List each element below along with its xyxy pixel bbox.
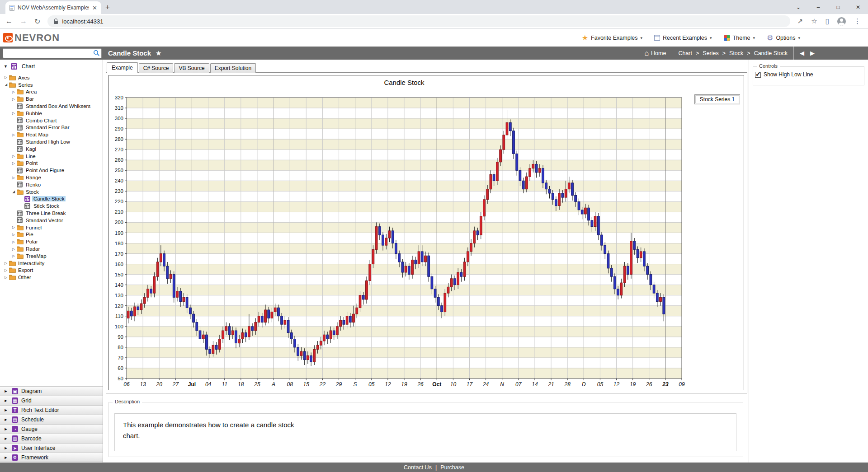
expand-arrow-icon[interactable]: ▷ bbox=[3, 276, 9, 280]
tree-item-label: Standard Box And Whiksers bbox=[24, 103, 92, 109]
checkbox-checked-icon[interactable] bbox=[755, 72, 761, 78]
tree-item-area[interactable]: ▷Area bbox=[0, 89, 103, 96]
bookmark-star-icon[interactable]: ☆ bbox=[811, 17, 817, 25]
tree-item-axes[interactable]: ▷Axes bbox=[0, 74, 103, 81]
minimize-icon[interactable]: – bbox=[808, 0, 828, 14]
tree-item-stick-stock[interactable]: Stick Stock bbox=[0, 202, 103, 210]
home-button[interactable]: ⌂ Home bbox=[644, 50, 666, 56]
expand-arrow-icon[interactable]: ▷ bbox=[10, 90, 17, 94]
menu-favorite-examples[interactable]: ★Favorite Examples▾ bbox=[582, 33, 642, 42]
tree-item-interactivity[interactable]: ▷Interactivity bbox=[0, 260, 103, 267]
profile-avatar[interactable] bbox=[837, 17, 846, 26]
tab-vb-source[interactable]: VB Source bbox=[174, 63, 209, 73]
lock-icon[interactable] bbox=[54, 21, 58, 24]
tree-item-three-line-break[interactable]: Three Line Break bbox=[0, 210, 103, 217]
tree-item-heat-map[interactable]: ▷Heat Map bbox=[0, 131, 103, 138]
breadcrumb-series[interactable]: Series bbox=[703, 50, 718, 56]
expand-arrow-icon[interactable]: ▷ bbox=[10, 240, 17, 244]
tree-item-standard-error-bar[interactable]: Standard Error Bar bbox=[0, 124, 103, 131]
tree-item-line[interactable]: ▷Line bbox=[0, 153, 103, 160]
sidebar-section-schedule[interactable]: ►▤Schedule bbox=[0, 415, 103, 424]
expand-arrow-icon[interactable]: ▷ bbox=[10, 254, 17, 258]
tree-item-other[interactable]: ▷Other bbox=[0, 274, 103, 281]
tree-item-funnel[interactable]: ▷Funnel bbox=[0, 224, 103, 231]
collapse-arrow-icon[interactable]: ◢ bbox=[3, 83, 9, 87]
browser-menu-icon[interactable]: ⋮ bbox=[854, 17, 861, 25]
search-box bbox=[3, 48, 102, 58]
breadcrumb-stock[interactable]: Stock bbox=[729, 50, 743, 56]
browser-tab[interactable]: NOV WebAssembly Examples ✕ bbox=[5, 1, 101, 14]
tree-item-polar[interactable]: ▷Polar bbox=[0, 238, 103, 245]
reload-icon[interactable]: ↻ bbox=[34, 17, 40, 26]
nevron-logo[interactable]: NEVRON bbox=[3, 32, 60, 44]
favorite-toggle-star-icon[interactable]: ★ bbox=[156, 49, 161, 57]
collapse-arrow-icon[interactable]: ◢ bbox=[10, 190, 17, 194]
tab-example[interactable]: Example bbox=[107, 62, 138, 73]
toolbar-navigation: ⌂ Home Chart>Series>Stock>Candle Stock ◀… bbox=[644, 47, 868, 60]
tree-item-treemap[interactable]: ▷TreeMap bbox=[0, 252, 103, 260]
sidebar-section-grid[interactable]: ►▦Grid bbox=[0, 396, 103, 405]
tree-item-candle-stock[interactable]: Candle Stock bbox=[0, 196, 103, 203]
menu-recent-examples[interactable]: Recent Examples▾ bbox=[654, 35, 712, 41]
collapse-arrow-icon[interactable]: ▼ bbox=[4, 64, 8, 69]
expand-arrow-icon[interactable]: ▷ bbox=[10, 133, 17, 137]
tree-item-renko[interactable]: Renko bbox=[0, 181, 103, 188]
tab-c-source[interactable]: C# Source bbox=[139, 63, 174, 73]
expand-arrow-icon[interactable]: ▷ bbox=[10, 176, 17, 180]
sidebar-section-rich-text-editor[interactable]: ►TRich Text Editor bbox=[0, 405, 103, 415]
sidebar-section-framework[interactable]: ►⚙Framework bbox=[0, 453, 103, 462]
sidebar-section-chart[interactable]: ▼ Chart bbox=[0, 61, 103, 72]
sidebar-section-user-interface[interactable]: ►➤User Interface bbox=[0, 443, 103, 453]
tree-item-point[interactable]: ▷Point bbox=[0, 160, 103, 167]
tree-item-kagi[interactable]: Kagi bbox=[0, 145, 103, 153]
sidebar-section-barcode[interactable]: ►▥Barcode bbox=[0, 434, 103, 443]
purchase-link[interactable]: Purchase bbox=[440, 464, 464, 471]
tree-item-export[interactable]: ▷Export bbox=[0, 267, 103, 274]
menu-options[interactable]: ⚙Options▾ bbox=[767, 33, 800, 42]
breadcrumb-chart[interactable]: Chart bbox=[678, 50, 692, 56]
maximize-icon[interactable]: □ bbox=[828, 0, 848, 14]
tree-item-series[interactable]: ◢Series bbox=[0, 81, 103, 89]
expand-arrow-icon[interactable]: ▷ bbox=[10, 154, 17, 158]
tree-item-bubble[interactable]: ▷Bubble bbox=[0, 110, 103, 117]
search-icon[interactable] bbox=[93, 50, 100, 56]
menu-theme[interactable]: Theme▾ bbox=[724, 35, 755, 41]
expand-arrow-icon[interactable]: ▷ bbox=[3, 75, 9, 79]
previous-example-button[interactable]: ◀ bbox=[800, 50, 804, 56]
tab-close-icon[interactable]: ✕ bbox=[92, 5, 97, 11]
forward-icon[interactable]: → bbox=[20, 17, 27, 25]
share-icon[interactable]: ↗ bbox=[797, 17, 803, 25]
tree-item-point-and-figure[interactable]: Point And Figure bbox=[0, 167, 103, 174]
expand-arrow-icon[interactable]: ▷ bbox=[10, 111, 17, 115]
tree-item-bar[interactable]: ▷Bar bbox=[0, 95, 103, 103]
tree-item-radar[interactable]: ▷Radar bbox=[0, 245, 103, 252]
expand-arrow-icon[interactable]: ▷ bbox=[10, 225, 17, 229]
omnibox[interactable]: localhost:44331 bbox=[47, 15, 790, 27]
tree-item-stock[interactable]: ◢Stock bbox=[0, 188, 103, 196]
tab-export-solution[interactable]: Export Solution bbox=[210, 63, 256, 73]
tree-item-standard-vector[interactable]: Standard Vector bbox=[0, 217, 103, 224]
tab-search-icon[interactable]: ⌄ bbox=[788, 0, 808, 14]
tree-item-range[interactable]: ▷Range bbox=[0, 174, 103, 181]
breadcrumb-candle-stock[interactable]: Candle Stock bbox=[754, 50, 788, 56]
svg-text:260: 260 bbox=[115, 157, 123, 163]
expand-arrow-icon[interactable]: ▷ bbox=[10, 161, 17, 165]
contact-us-link[interactable]: Contact Us bbox=[404, 464, 432, 471]
expand-arrow-icon[interactable]: ▷ bbox=[3, 261, 9, 265]
expand-arrow-icon[interactable]: ▷ bbox=[10, 97, 17, 101]
new-tab-button[interactable]: + bbox=[101, 1, 114, 14]
expand-arrow-icon[interactable]: ▷ bbox=[10, 233, 17, 237]
tree-item-combo-chart[interactable]: Combo Chart bbox=[0, 117, 103, 124]
tree-item-standard-high-low[interactable]: Standard High Low bbox=[0, 138, 103, 145]
expand-arrow-icon[interactable]: ▷ bbox=[10, 247, 17, 251]
back-icon[interactable]: ← bbox=[5, 17, 13, 25]
expand-arrow-icon[interactable]: ▷ bbox=[3, 268, 9, 272]
tree-item-pie[interactable]: ▷Pie bbox=[0, 231, 103, 238]
search-input[interactable] bbox=[3, 48, 102, 58]
close-window-icon[interactable]: ✕ bbox=[848, 0, 868, 14]
side-panel-icon[interactable]: ▯ bbox=[826, 17, 829, 25]
sidebar-section-gauge[interactable]: ►◔Gauge bbox=[0, 424, 103, 434]
next-example-button[interactable]: ▶ bbox=[810, 50, 815, 56]
tree-item-standard-box-and-whiksers[interactable]: Standard Box And Whiksers bbox=[0, 103, 103, 110]
sidebar-section-diagram[interactable]: ►▣Diagram bbox=[0, 386, 103, 396]
